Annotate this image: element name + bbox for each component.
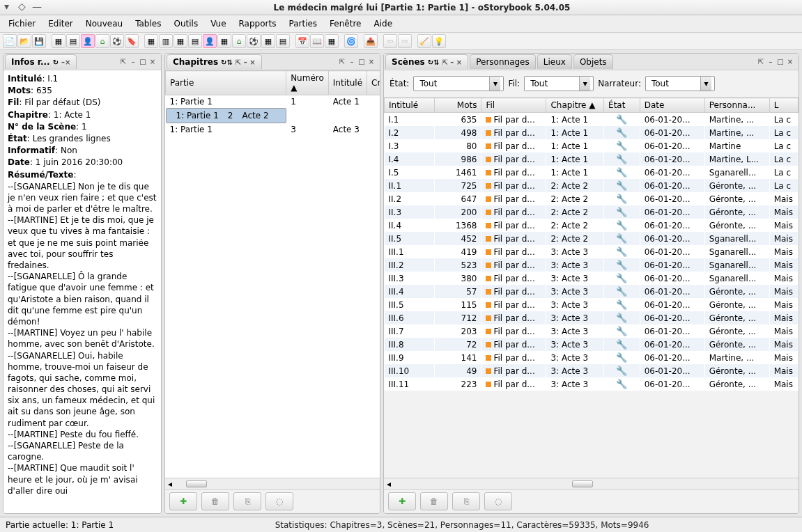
- tb-grid7-icon[interactable]: ▤: [276, 34, 290, 48]
- scene-row[interactable]: III.457Fil par d...3: Acte 3🔧06-01-20...…: [385, 285, 799, 298]
- wrench-icon[interactable]: 🔧: [616, 299, 627, 310]
- wrench-icon[interactable]: 🔧: [616, 352, 627, 363]
- menu-nouveau[interactable]: Nouveau: [80, 17, 128, 31]
- tb-tag-icon[interactable]: 🔖: [125, 34, 139, 48]
- tb-view2-icon[interactable]: ▤: [66, 34, 80, 48]
- dock-icon[interactable]: ⇱: [338, 58, 346, 66]
- add-scene-button[interactable]: ✚: [388, 492, 416, 510]
- menu-tables[interactable]: Tables: [130, 17, 167, 31]
- tb-view1-icon[interactable]: ▦: [52, 34, 65, 48]
- tb-location-icon[interactable]: ⌂: [95, 34, 109, 48]
- tb-location2-icon[interactable]: ⌂: [232, 34, 246, 48]
- scene-row[interactable]: II.41368Fil par d...2: Acte 2🔧06-01-20..…: [385, 219, 799, 232]
- col-chapitre[interactable]: Chapitre ▲: [546, 98, 604, 113]
- delete-scene-button[interactable]: 🗑: [420, 492, 448, 510]
- tb-grid6-icon[interactable]: ▦: [261, 34, 275, 48]
- col-numero[interactable]: Numéro ▲: [286, 71, 329, 95]
- scenes-table[interactable]: Intitulé Mots Fil Chapitre ▲ État Date P…: [384, 97, 799, 391]
- dock-icon[interactable]: ⇱: [119, 58, 128, 66]
- col-personna[interactable]: Personna...: [704, 98, 769, 113]
- max-icon[interactable]: □: [139, 58, 147, 66]
- wrench-icon[interactable]: 🔧: [616, 313, 627, 323]
- scene-row[interactable]: III.5115Fil par d...3: Acte 3🔧06-01-20..…: [385, 298, 799, 311]
- wrench-icon[interactable]: 🔧: [616, 220, 627, 230]
- scenes-tab[interactable]: Scènes↻⇅⇱ – ×: [385, 54, 468, 69]
- chapters-table[interactable]: Partie Numéro ▲ Intitulé Créatio 1: Part…: [165, 70, 380, 136]
- menu-fichier[interactable]: Fichier: [3, 17, 41, 31]
- scene-row[interactable]: I.51461Fil par d...1: Acte 1🔧06-01-20...…: [385, 166, 799, 179]
- menu-vue[interactable]: Vue: [205, 17, 231, 31]
- other-scene-button[interactable]: ◌: [484, 492, 512, 510]
- tb-eraser-icon[interactable]: 🧹: [417, 34, 431, 48]
- tb-save-icon[interactable]: 💾: [32, 34, 46, 48]
- wrench-icon[interactable]: 🔧: [616, 167, 627, 178]
- chapters-hscroll[interactable]: ◂: [165, 478, 380, 489]
- scene-row[interactable]: I.380Fil par d...1: Acte 1🔧06-01-20...Ma…: [385, 139, 799, 152]
- min-icon[interactable]: ▾: [4, 6, 11, 8]
- chapter-row[interactable]: 1: Partie 12Acte 2: [166, 108, 286, 123]
- wrench-icon[interactable]: 🔧: [616, 260, 627, 270]
- fil-select[interactable]: Tout▾: [524, 76, 594, 91]
- scene-row[interactable]: III.3380Fil par d...3: Acte 3🔧06-01-20..…: [385, 272, 799, 285]
- tb-object-icon[interactable]: ⚽: [110, 34, 124, 48]
- max-icon[interactable]: □: [776, 58, 785, 66]
- col-partie[interactable]: Partie: [166, 71, 286, 95]
- scene-row[interactable]: III.6712Fil par d...3: Acte 3🔧06-01-20..…: [385, 311, 799, 324]
- menu-parties[interactable]: Parties: [283, 17, 323, 31]
- col-fil[interactable]: Fil: [481, 98, 546, 113]
- copy-scene-button[interactable]: ⎘: [452, 492, 480, 510]
- tb-person2-icon[interactable]: 👤: [203, 34, 217, 48]
- scene-row[interactable]: III.872Fil par d...3: Acte 3🔧06-01-20...…: [385, 338, 799, 351]
- tb-chart-icon[interactable]: ▦: [325, 34, 339, 48]
- scene-row[interactable]: III.1049Fil par d...3: Acte 3🔧06-01-20..…: [385, 364, 799, 377]
- tb-book-icon[interactable]: 📖: [310, 34, 324, 48]
- tb-grid2-icon[interactable]: ▥: [159, 34, 173, 48]
- scene-row[interactable]: III.1419Fil par d...3: Acte 3🔧06-01-20..…: [385, 245, 799, 258]
- tb-grid3-icon[interactable]: ▦: [173, 34, 187, 48]
- col-intitule[interactable]: Intitulé: [328, 71, 367, 95]
- tb-back-icon[interactable]: ⇦: [383, 34, 397, 48]
- tb-grid1-icon[interactable]: ▦: [144, 34, 158, 48]
- scene-row[interactable]: III.9141Fil par d...3: Acte 3🔧06-01-20..…: [385, 351, 799, 364]
- tb-grid5-icon[interactable]: ▦: [217, 34, 231, 48]
- wrench-icon[interactable]: 🔧: [616, 233, 627, 244]
- menu-aide[interactable]: Aide: [368, 17, 398, 31]
- wrench-icon[interactable]: 🔧: [616, 194, 627, 204]
- wrench-icon[interactable]: 🔧: [616, 127, 627, 138]
- personnages-tab[interactable]: Personnages: [470, 54, 536, 69]
- wrench-icon[interactable]: 🔧: [616, 379, 627, 389]
- col-mots[interactable]: Mots: [435, 98, 481, 113]
- tb-calendar-icon[interactable]: 📅: [295, 34, 309, 48]
- other-chapter-button[interactable]: ◌: [265, 492, 293, 510]
- tb-new-icon[interactable]: 📄: [3, 34, 17, 48]
- copy-chapter-button[interactable]: ⎘: [233, 492, 261, 510]
- col-creation[interactable]: Créatio: [367, 71, 380, 95]
- wrench-icon[interactable]: 🔧: [616, 114, 627, 125]
- min-icon[interactable]: –: [766, 58, 775, 66]
- tb-forward-icon[interactable]: ⇨: [398, 34, 412, 48]
- wrench-icon[interactable]: 🔧: [616, 326, 627, 336]
- wrench-icon[interactable]: 🔧: [616, 247, 627, 257]
- scene-row[interactable]: II.3200Fil par d...2: Acte 2🔧06-01-20...…: [385, 205, 799, 219]
- close-icon[interactable]: ×: [786, 58, 794, 66]
- tb-object2-icon[interactable]: ⚽: [247, 34, 261, 48]
- menu-editer[interactable]: Editer: [43, 17, 79, 31]
- wrench-icon[interactable]: 🔧: [616, 273, 627, 283]
- tb-spiral-icon[interactable]: 🌀: [344, 34, 358, 48]
- col-l[interactable]: L: [769, 98, 798, 113]
- iconify-icon[interactable]: —: [32, 6, 39, 8]
- scene-row[interactable]: I.1635Fil par d...1: Acte 1🔧06-01-20...M…: [385, 113, 799, 127]
- scene-row[interactable]: III.7203Fil par d...3: Acte 3🔧06-01-20..…: [385, 324, 799, 338]
- scene-row[interactable]: II.5452Fil par d...2: Acte 2🔧06-01-20...…: [385, 232, 799, 245]
- scene-row[interactable]: III.11223Fil par d...3: Acte 3🔧06-01-20.…: [385, 377, 799, 391]
- wrench-icon[interactable]: 🔧: [616, 141, 627, 151]
- col-date[interactable]: Date: [640, 98, 704, 113]
- min-icon[interactable]: –: [129, 58, 137, 66]
- col-etat[interactable]: État: [604, 98, 640, 113]
- max-icon[interactable]: □: [357, 58, 366, 66]
- narr-select[interactable]: Tout▾: [645, 76, 715, 91]
- wrench-icon[interactable]: 🔧: [616, 286, 627, 297]
- menu-outils[interactable]: Outils: [168, 17, 203, 31]
- wrench-icon[interactable]: 🔧: [616, 180, 627, 191]
- close-icon[interactable]: ×: [367, 58, 376, 66]
